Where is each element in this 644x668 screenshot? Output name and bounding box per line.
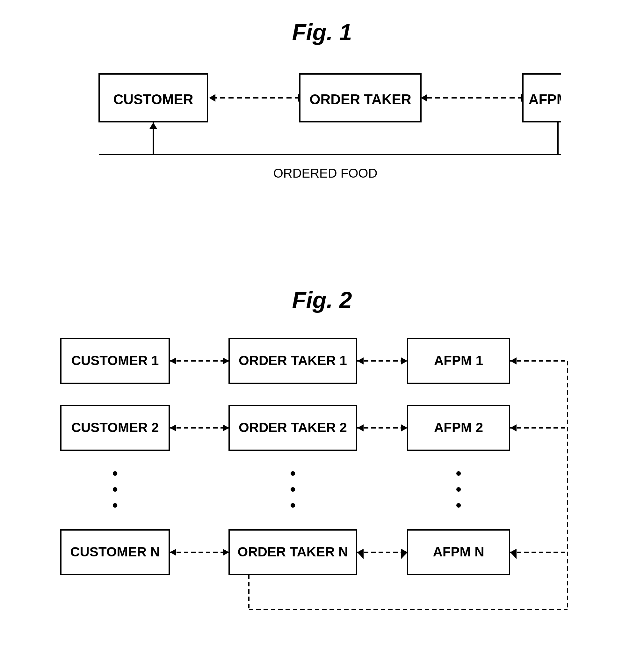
svg-marker-39 bbox=[510, 424, 517, 431]
fig2-title: Fig. 2 bbox=[292, 287, 352, 313]
customer-box-label: CUSTOMER bbox=[113, 92, 193, 107]
customer1-label: CUSTOMER 1 bbox=[71, 353, 159, 368]
svg-marker-35 bbox=[357, 424, 364, 431]
svg-marker-31 bbox=[170, 424, 176, 431]
svg-marker-20 bbox=[223, 358, 229, 364]
svg-marker-23 bbox=[357, 358, 364, 364]
svg-marker-48 bbox=[170, 549, 176, 556]
order-taker-box-label: ORDER TAKER bbox=[310, 92, 411, 107]
customerN-label: CUSTOMER N bbox=[70, 544, 160, 559]
svg-marker-49 bbox=[223, 549, 229, 556]
fig1-diagram: CUSTOMER ORDER TAKER bbox=[83, 64, 561, 185]
svg-marker-56 bbox=[510, 549, 517, 559]
svg-marker-53 bbox=[401, 549, 408, 559]
fig1-title: Fig. 1 bbox=[292, 19, 352, 45]
page: Fig. 1 CUSTOMER ORDER TAKER bbox=[0, 0, 644, 668]
svg-marker-52 bbox=[357, 549, 364, 559]
afpmN-label: AFPM N bbox=[433, 544, 484, 559]
fig2-diagram: CUSTOMER 1 ORDER TAKER 1 AFPM 1 bbox=[51, 332, 593, 651]
svg-marker-32 bbox=[223, 424, 229, 431]
order-taker2-label: ORDER TAKER 2 bbox=[239, 420, 347, 435]
fig2-svg: CUSTOMER 1 ORDER TAKER 1 AFPM 1 bbox=[51, 332, 593, 651]
svg-text:•: • bbox=[290, 496, 295, 514]
svg-text:•: • bbox=[112, 496, 117, 514]
fig1-svg: CUSTOMER ORDER TAKER bbox=[83, 64, 561, 185]
fig1-section: Fig. 1 CUSTOMER ORDER TAKER bbox=[0, 19, 644, 185]
svg-text:AFPM: AFPM bbox=[528, 92, 561, 107]
svg-marker-12 bbox=[150, 122, 157, 129]
svg-marker-2 bbox=[209, 94, 216, 102]
svg-marker-24 bbox=[401, 358, 408, 364]
svg-marker-28 bbox=[510, 358, 517, 364]
customer2-label: CUSTOMER 2 bbox=[71, 420, 159, 435]
afpm2-label: AFPM 2 bbox=[434, 420, 483, 435]
order-takerN-label: ORDER TAKER N bbox=[237, 544, 348, 559]
svg-marker-6 bbox=[421, 94, 427, 102]
svg-marker-19 bbox=[170, 358, 176, 364]
svg-text:•: • bbox=[455, 496, 461, 514]
svg-rect-16 bbox=[99, 154, 561, 155]
svg-marker-36 bbox=[401, 424, 408, 431]
fig2-section: Fig. 2 CUSTOMER 1 ORDER TAKER 1 bbox=[0, 287, 644, 651]
afpm1-label: AFPM 1 bbox=[434, 353, 483, 368]
ordered-food-label: ORDERED FOOD bbox=[273, 166, 377, 180]
order-taker1-label: ORDER TAKER 1 bbox=[239, 353, 347, 368]
